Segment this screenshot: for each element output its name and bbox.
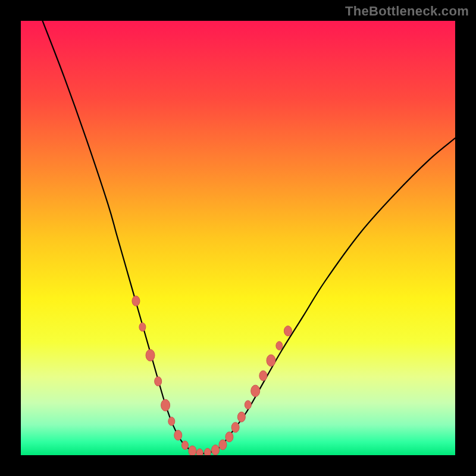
- curve-marker: [245, 400, 251, 409]
- curve-marker: [161, 399, 170, 411]
- curve-marker: [219, 440, 227, 450]
- curve-marker: [259, 371, 267, 381]
- curve-marker: [155, 377, 162, 386]
- curve-marker: [267, 355, 275, 367]
- bottleneck-curve: [43, 21, 456, 453]
- curve-marker: [276, 342, 283, 350]
- watermark-text: TheBottleneck.com: [345, 4, 469, 19]
- curve-marker: [181, 441, 188, 449]
- curve-marker: [146, 349, 155, 361]
- curve-marker: [226, 432, 233, 442]
- curve-marker: [196, 449, 203, 455]
- curve-marker: [251, 385, 260, 397]
- curve-marker: [231, 422, 239, 433]
- curve-marker: [204, 448, 211, 455]
- curve-marker: [237, 412, 245, 422]
- curve-marker: [189, 446, 196, 455]
- curve-marker: [174, 430, 182, 440]
- chart-svg: [21, 21, 455, 455]
- curve-marker: [132, 296, 140, 306]
- curve-marker: [284, 326, 292, 336]
- curve-marker: [139, 322, 146, 331]
- chart-frame: TheBottleneck.com: [0, 0, 476, 476]
- curve-marker: [168, 417, 175, 425]
- plot-area: [21, 21, 455, 455]
- curve-marker: [212, 445, 220, 455]
